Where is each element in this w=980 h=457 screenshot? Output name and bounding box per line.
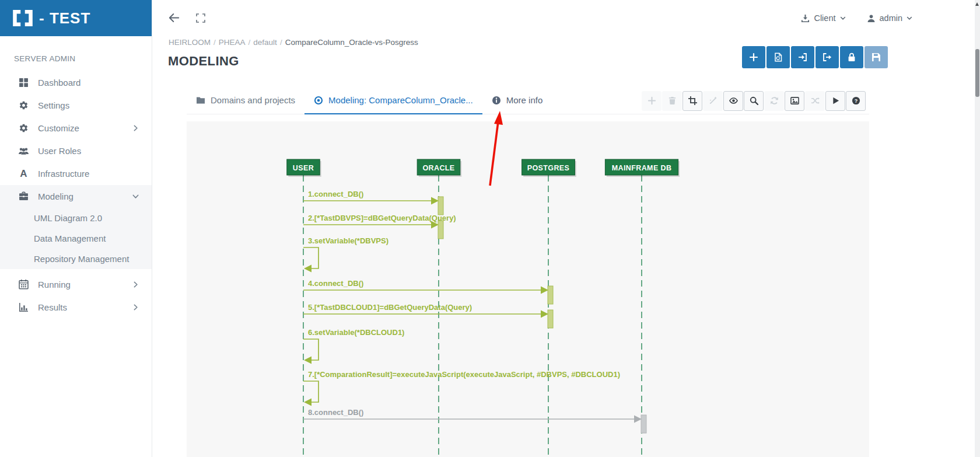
scrollbar-thumb[interactable] [975,49,979,97]
info-icon [492,96,501,105]
admin-dropdown[interactable]: admin [867,13,913,23]
tab-domains-and-projects[interactable]: Domains and projects [187,88,304,114]
svg-text:A: A [20,169,27,179]
breadcrumb: HEIRLOOM/PHEAA/default/CompareColumn_Ora… [169,38,418,47]
sidebar-item-results[interactable]: Results [0,296,152,319]
file-button[interactable] [766,46,790,68]
font-a-icon: A [19,169,30,179]
toolbar-help-button[interactable]: ? [846,91,866,111]
file-sync-icon [774,53,783,62]
sidebar-item-dashboard[interactable]: Dashboard [0,71,152,94]
fullscreen-button[interactable] [196,13,205,23]
actor-name: USER [293,164,314,172]
sidebar-active-group: ModelingUML Diagram 2.0Data ManagementRe… [0,185,152,269]
message-label: 3.setVariable(*DBVPS) [308,236,388,245]
message-4[interactable]: 4.connect_DB() [303,279,548,294]
message-label: 8.connect_DB() [308,408,363,417]
toolbar-preview-button[interactable] [723,91,743,111]
actor-user[interactable]: USER [287,159,321,177]
arrowhead-icon [304,265,312,273]
breadcrumb-separator: / [249,38,251,47]
toolbar-zoom-button[interactable] [744,91,764,111]
actor-name: MAINFRAME DB [612,164,672,172]
arrowhead-icon [431,197,439,205]
breadcrumb-item[interactable]: PHEAA [219,38,246,47]
sidebar-item-user-roles[interactable]: User Roles [0,139,152,162]
tab-strip: Domains and projectsModeling: CompareCol… [187,88,869,114]
app-logo[interactable]: - TEST [0,0,152,36]
diagram-toolbar: ? [642,91,866,111]
sidebar-item-running[interactable]: Running [0,273,152,296]
plus-icon [749,53,758,62]
sign-in-button[interactable] [791,46,814,68]
client-dropdown[interactable]: Client [801,13,845,23]
message-2[interactable]: 2.[*TastDBVPS]=dBGetQueryData(Query) [303,214,456,229]
grid-icon [19,78,30,88]
eye-icon [729,96,738,105]
save-icon [872,53,881,62]
actor-oracle[interactable]: ORACLE [417,159,461,177]
add-button[interactable] [742,46,765,68]
tab-more-info[interactable]: More info [482,88,552,114]
sidebar-subitem-label: UML Diagram 2.0 [34,213,102,223]
user-icon [867,14,876,23]
sequence-diagram[interactable]: 1.connect_DB()2.[*TastDBVPS]=dBGetQueryD… [187,121,869,457]
message-5[interactable]: 5.[*TastDBCLOUD1]=dBGetQueryData(Query) [303,303,548,318]
breadcrumb-item[interactable]: CompareColumn_Oracle-vs-Posgress [285,38,418,47]
toolbar-image-button[interactable] [785,91,804,111]
actor-postgres[interactable]: POSTGRES [522,159,576,177]
chevron-down-icon [840,15,846,21]
topbar: Client admin [152,0,975,36]
message-3[interactable]: 3.setVariable(*DBVPS) [303,236,388,273]
chevron-right-icon [132,125,139,131]
page-title: MODELING [168,54,239,69]
activation-bar [548,286,553,304]
message-label: 1.connect_DB() [308,190,363,198]
sidebar-subitem-repository-management[interactable]: Repository Management [0,249,152,269]
diagram-canvas[interactable]: 1.connect_DB()2.[*TastDBVPS]=dBGetQueryD… [187,121,869,457]
message-1[interactable]: 1.connect_DB() [303,190,439,205]
tab-label: More info [506,95,543,105]
toolbar-crop-button[interactable] [682,91,702,111]
sign-out-button[interactable] [816,46,839,68]
chevron-down-icon [132,193,139,200]
sidebar-item-infrastructure[interactable]: AInfrastructure [0,162,152,185]
tab-modeling-comparecolumn-oracle[interactable]: Modeling: CompareColumn_Oracle... [304,88,482,114]
sidebar-item-customize[interactable]: Customize [0,117,152,139]
toolbar-refresh-button [764,91,784,111]
tab-label: Domains and projects [211,95,295,105]
sidebar-item-modeling[interactable]: Modeling [0,185,152,208]
sidebar-item-label: Modeling [38,191,74,201]
message-6[interactable]: 6.setVariable(*DBCLOUD1) [303,328,404,364]
scrollbar-up-arrow[interactable] [975,2,979,6]
arrowhead-icon [304,399,312,406]
shuffle-icon [811,96,820,105]
sidebar-item-settings[interactable]: Settings [0,94,152,117]
actor-mainframe-db[interactable]: MAINFRAME DB [605,159,680,177]
save-button[interactable] [864,46,888,68]
sign-out-icon [822,53,832,62]
chevron-right-icon [132,281,139,288]
lock-button[interactable] [840,46,863,68]
message-8[interactable]: 8.connect_DB() [303,408,642,423]
gear-icon [19,123,30,133]
heirloom-logo-icon [13,10,33,26]
wand-icon [709,96,718,105]
folder-icon [196,96,205,105]
image-icon [790,96,799,105]
users-icon [19,146,30,156]
sidebar-subitem-data-management[interactable]: Data Management [0,228,152,249]
download-icon [801,14,810,23]
breadcrumb-separator: / [280,38,282,47]
arrowhead-icon [634,416,642,423]
message-7[interactable]: 7.[*ComparationResult]=executeJavaScript… [303,370,620,406]
svg-text:?: ? [854,98,857,104]
sidebar-section-label: SERVER ADMIN [14,54,75,63]
back-button[interactable] [168,12,180,23]
page-scrollbar[interactable] [975,0,980,457]
sidebar-subitem-uml-diagram-2-0[interactable]: UML Diagram 2.0 [0,208,152,228]
breadcrumb-item[interactable]: default [253,38,277,47]
logo-text: - TEST [39,9,90,27]
breadcrumb-item[interactable]: HEIRLOOM [169,38,211,47]
toolbar-run-button[interactable] [825,91,845,111]
